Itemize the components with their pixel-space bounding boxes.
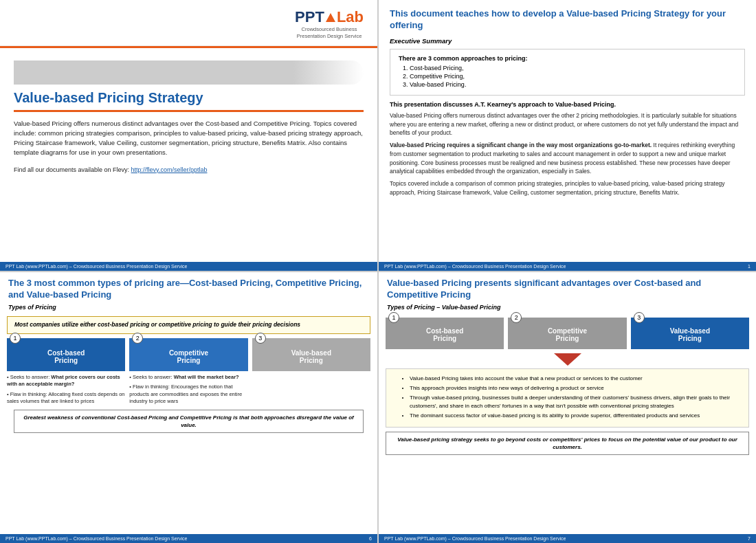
pricing-col-2: 2 Competitive Pricing • Seeks to answer:… — [129, 338, 247, 406]
slide2-bold1: This presentation discusses A.T. Kearney… — [390, 101, 745, 108]
slide2-approaches-list: Cost-based Pricing, Competitive Pricing,… — [410, 65, 736, 88]
slide1-body: Value-based Pricing offers numerous dist… — [14, 119, 364, 158]
slide4-footer: PPT Lab (www.PPTLab.com) – Crowdsourced … — [379, 534, 756, 543]
slide-3: The 3 most common types of pricing are—C… — [0, 272, 377, 543]
bullet-4: The dominant success factor of value-bas… — [410, 412, 742, 420]
slide3-header: The 3 most common types of pricing are—C… — [0, 272, 377, 316]
slide4-col-1: 1 Cost-based Pricing — [386, 318, 504, 349]
slide3-subtitle: Types of Pricing — [8, 304, 369, 311]
slide4-subtitle: Types of Pricing – Value-based Pricing — [387, 304, 748, 311]
slide4-title: Value-based Pricing presents significant… — [387, 278, 748, 301]
logo-sub: Crowdsourced Business Presentation Desig… — [295, 26, 364, 40]
slide4-col-2: 2 Competitive Pricing — [508, 318, 626, 349]
slide4-col-3: 3 Value-based Pricing — [631, 318, 749, 349]
col3-num: 3 — [255, 333, 266, 344]
col1-desc: • Seeks to answer: What price covers our… — [7, 374, 125, 406]
slide3-main: Most companies utilize either cost-based… — [0, 316, 377, 433]
slide4-bullets: Value-based Pricing takes into account t… — [386, 368, 749, 428]
arrow-down-icon — [554, 353, 581, 366]
slide1-link: Find all our documents available on Flev… — [14, 166, 364, 173]
bullet-3: Through value-based pricing, businesses … — [410, 394, 742, 410]
pricing-columns: 1 Cost-based Pricing • Seeks to answer: … — [7, 338, 370, 406]
slide3-title: The 3 most common types of pricing are—C… — [8, 278, 369, 301]
slide-4: Value-based Pricing presents significant… — [379, 272, 756, 543]
slide2-box-intro: There are 3 common approaches to pricing… — [399, 55, 736, 62]
col2-box: Competitive Pricing — [129, 338, 247, 371]
list-item: Cost-based Pricing, — [410, 65, 736, 71]
col1-num: 1 — [10, 333, 21, 344]
flevy-link[interactable]: http://flevy.com/seller/pptlab — [131, 166, 208, 173]
col3-box: Value-based Pricing — [252, 338, 370, 371]
slide4-pricing-row: 1 Cost-based Pricing 2 Competitive Prici… — [379, 318, 756, 349]
col1-box: Cost-based Pricing — [7, 338, 125, 371]
slide-1: PPT Lab Crowdsourced Business Presentati… — [0, 0, 377, 271]
slide2-exec-summary: Executive Summary — [390, 37, 745, 45]
pricing-col-3: 3 Value-based Pricing — [252, 338, 370, 371]
list-item: Value-based Pricing. — [410, 81, 736, 88]
slide1-content: Value-based Pricing Strategy Value-based… — [0, 48, 377, 180]
s4-col1-num: 1 — [388, 312, 399, 323]
logo-lab: Lab — [337, 8, 364, 26]
pricing-col-1: 1 Cost-based Pricing • Seeks to answer: … — [7, 338, 125, 406]
slide1-title: Value-based Pricing Strategy — [14, 90, 364, 112]
slide3-yellow-text: Most companies utilize either cost-based… — [14, 321, 363, 329]
slide4-bottom-box: Value-based pricing strategy seeks to go… — [386, 432, 749, 455]
slide2-approaches-box: There are 3 common approaches to pricing… — [390, 49, 745, 96]
logo-triangle-icon — [326, 13, 335, 22]
logo-ppt: PPT — [295, 8, 324, 26]
bullet-2: This approach provides insights into new… — [410, 384, 742, 392]
slide2-para1: Value-based Pricing offers numerous dist… — [390, 111, 745, 137]
col2-desc: • Seeks to answer: What will the market … — [129, 374, 247, 406]
slide3-yellow-box: Most companies utilize either cost-based… — [7, 316, 370, 334]
bullet-1: Value-based Pricing takes into account t… — [410, 375, 742, 383]
slide2-para2: Topics covered include a comparison of c… — [390, 179, 745, 197]
slide1-header: PPT Lab Crowdsourced Business Presentati… — [0, 0, 377, 46]
slide2-footer: PPT Lab (www.PPTLab.com) – Crowdsourced … — [379, 262, 756, 271]
s4-col2-num: 2 — [511, 312, 522, 323]
slide4-bottom-text: Value-based pricing strategy seeks to go… — [392, 436, 743, 451]
col2-num: 2 — [132, 333, 143, 344]
slide3-bottom-text: Greatest weakness of conventional Cost-b… — [20, 414, 357, 429]
logo: PPT Lab Crowdsourced Business Presentati… — [295, 8, 364, 40]
slide2-bold2: Value-based Pricing requires a significa… — [390, 141, 745, 176]
slide4-header: Value-based Pricing presents significant… — [379, 272, 756, 318]
slide-2: This document teaches how to develop a V… — [379, 0, 756, 271]
slide2-title: This document teaches how to develop a V… — [390, 8, 745, 32]
s4-col3-num: 3 — [634, 312, 645, 323]
s4-col2-box: Competitive Pricing — [508, 318, 626, 349]
list-item: Competitive Pricing, — [410, 73, 736, 80]
slide3-bottom-box: Greatest weakness of conventional Cost-b… — [14, 410, 364, 433]
s4-col3-box: Value-based Pricing — [631, 318, 749, 349]
slide1-footer: PPT Lab (www.PPTLab.com) – Crowdsourced … — [0, 262, 377, 271]
slide3-footer: PPT Lab (www.PPTLab.com) – Crowdsourced … — [0, 534, 377, 543]
s4-col1-box: Cost-based Pricing — [386, 318, 504, 349]
